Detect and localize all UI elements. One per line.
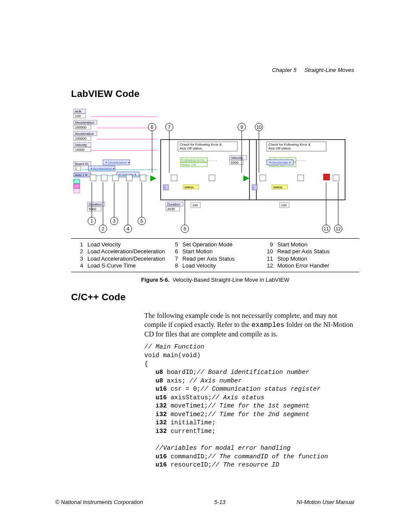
legend-divider-bottom: [71, 272, 359, 272]
svg-text:6500: 6500: [231, 161, 239, 165]
legend-item: Load Acceleration/Deceleration: [87, 248, 165, 255]
svg-text:Axis Off status.: Axis Off status.: [180, 146, 203, 150]
intro-paragraph: The following example code is not necess…: [144, 311, 359, 339]
svg-text:9: 9: [240, 124, 243, 130]
svg-rect-39: [74, 179, 80, 184]
svg-text:10: 10: [256, 124, 262, 130]
svg-text:2: 2: [102, 226, 104, 231]
svg-text:Deceleration: Deceleration: [75, 121, 94, 124]
svg-rect-77: [126, 175, 132, 181]
body-block: The following example code is not necess…: [144, 311, 359, 470]
check-text-2: Check for Following Error &: [268, 143, 311, 146]
footer-center: 5-13: [214, 499, 225, 505]
svg-text:1: 1: [75, 167, 77, 171]
svg-text:100: 100: [192, 203, 198, 207]
svg-rect-72: [252, 185, 257, 190]
figure-label: Figure 5-6.: [141, 277, 170, 283]
svg-text:tedk: tedk: [75, 109, 82, 113]
svg-text:100: 100: [281, 203, 287, 207]
svg-rect-81: [260, 175, 266, 181]
svg-rect-80: [209, 175, 215, 181]
legend-item: Load Velocity: [182, 262, 215, 269]
svg-text:i: i: [165, 186, 165, 190]
svg-text:Axis Off status.: Axis Off status.: [268, 146, 292, 150]
svg-text:i: i: [253, 186, 254, 190]
legend-item: Start Motion: [182, 248, 212, 255]
page-footer: © National Instruments Corporation 5-13 …: [55, 499, 354, 505]
svg-text:Acceleration: Acceleration: [75, 132, 94, 136]
labview-diagram: Check for Following Error & Axis Off sta…: [71, 108, 359, 235]
svg-rect-74: [90, 175, 96, 181]
code-listing: // Main Function void main(void) { u8 bo…: [144, 343, 359, 469]
svg-text:Board ID: Board ID: [75, 162, 89, 166]
svg-rect-41: [74, 189, 80, 193]
legend-item: Load Acceleration/Deceleration: [87, 255, 165, 262]
legend-item: Set Operation Mode: [182, 241, 232, 248]
svg-rect-70: [163, 185, 168, 190]
figure-text: Velocity-Based Straight-Line Move in Lab…: [173, 277, 290, 283]
callout-legend: 1Load Velocity 2Load Acceleration/Decele…: [75, 241, 359, 269]
svg-rect-82: [298, 175, 304, 181]
heading-c-cpp-code: C/C++ Code: [71, 292, 359, 303]
svg-text:3: 3: [113, 218, 115, 224]
svg-text:100000: 100000: [75, 137, 87, 140]
svg-text:4: 4: [127, 226, 129, 231]
svg-marker-15: [243, 175, 249, 181]
svg-text:12: 12: [336, 226, 341, 231]
svg-text:10000: 10000: [75, 148, 85, 152]
svg-text:Duration: Duration: [89, 202, 102, 206]
svg-text:8: 8: [184, 226, 186, 231]
svg-text:Following Error: Following Error: [181, 158, 205, 162]
legend-item: Read per Axis Status: [277, 248, 330, 255]
svg-marker-14: [150, 175, 156, 181]
svg-text:✦Acceleration ▾: ✦Acceleration ▾: [90, 167, 115, 171]
page: Chapter 5 Straight-Line Moves LabVIEW Co…: [0, 0, 411, 532]
footer-left: © National Instruments Corporation: [55, 499, 143, 505]
svg-text:7: 7: [168, 124, 171, 130]
svg-rect-78: [140, 175, 146, 181]
figure-caption: Figure 5-6. Velocity-Based Straight-Line…: [71, 277, 359, 283]
svg-text:6: 6: [151, 124, 153, 130]
heading-labview-code: LabVIEW Code: [71, 88, 359, 100]
svg-text:Velocity: Velocity: [75, 143, 87, 147]
legend-item: Stop Motion: [277, 255, 307, 262]
svg-text:5: 5: [140, 218, 143, 224]
legend-item: Motion Error Handler: [277, 262, 330, 269]
check-text-1: Check for Following Error &: [180, 143, 222, 146]
svg-text:100: 100: [75, 114, 81, 118]
chapter-number: Chapter 5: [272, 67, 296, 73]
svg-text:1: 1: [90, 218, 93, 224]
svg-text:status: status: [184, 185, 193, 189]
svg-text:✦Deceleration ▾: ✦Deceleration ▾: [105, 161, 130, 165]
inline-code: examples: [252, 321, 285, 329]
svg-rect-40: [74, 184, 80, 188]
svg-text:11: 11: [324, 226, 329, 231]
svg-text:Axis 1 ▾: Axis 1 ▾: [75, 173, 87, 177]
labview-svg: Check for Following Error & Axis Off sta…: [71, 108, 355, 233]
legend-item: Start Motion: [277, 241, 308, 248]
legend-item: Load S-Curve Time: [87, 262, 136, 269]
legend-item: Load Velocity: [87, 241, 121, 248]
legend-divider-top: [71, 238, 359, 239]
svg-text:4935: 4935: [167, 207, 175, 211]
svg-text:100000: 100000: [75, 125, 87, 129]
svg-text:Duration: Duration: [167, 202, 180, 206]
svg-rect-75: [101, 175, 107, 181]
svg-text:5000: 5000: [89, 207, 97, 211]
svg-text:Motor Off: Motor Off: [181, 163, 196, 167]
svg-rect-83: [333, 175, 339, 181]
legend-item: Read per Axis Status: [182, 255, 234, 262]
svg-text:status: status: [273, 185, 282, 189]
svg-rect-16: [324, 174, 330, 180]
footer-right: NI-Motion User Manual: [296, 499, 354, 505]
svg-text:✦Decelerate ▾: ✦Decelerate ▾: [268, 161, 291, 165]
chapter-title: Straight-Line Moves: [304, 67, 354, 73]
svg-rect-76: [112, 175, 118, 181]
svg-text:Velocity: Velocity: [231, 156, 243, 160]
running-head: Chapter 5 Straight-Line Moves: [272, 67, 354, 73]
svg-rect-79: [171, 175, 177, 181]
icon-row: [90, 175, 339, 181]
